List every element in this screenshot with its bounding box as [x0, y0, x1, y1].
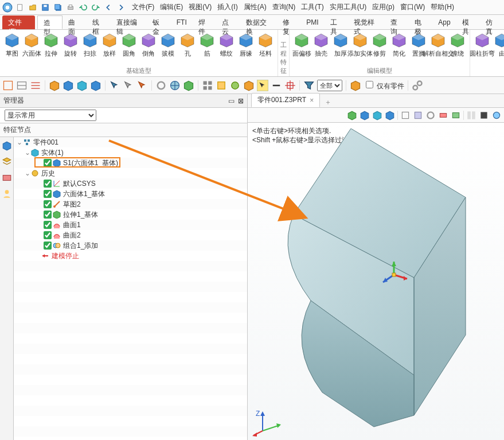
display-select[interactable]: 显示常用 [5, 110, 96, 121]
tb-ico-3[interactable] [30, 80, 41, 91]
vt-11-icon[interactable] [479, 110, 489, 120]
ribbon-button[interactable]: 面偏移 [292, 31, 311, 59]
arrow-left-icon[interactable] [103, 2, 114, 13]
tree-row[interactable]: 拉伸1_基体 [14, 209, 247, 220]
ribbon-button[interactable]: 草图 [2, 31, 22, 59]
menu-item[interactable]: 帮助(H) [431, 2, 454, 12]
ribbon-tab[interactable]: PMI [300, 15, 324, 29]
vt-7-icon[interactable] [425, 110, 436, 120]
save-icon[interactable] [40, 2, 50, 13]
side-views-icon[interactable] [2, 173, 12, 183]
tree-row[interactable]: ⌄实体(1) [14, 147, 247, 158]
side-layers-icon[interactable] [2, 157, 12, 167]
new-icon[interactable] [15, 2, 25, 13]
side-user-icon[interactable] [2, 189, 12, 199]
ribbon-tab[interactable]: 电极 [409, 15, 433, 29]
tb-cube-final-icon[interactable] [350, 80, 361, 91]
tb-sel-2-icon[interactable] [123, 80, 134, 91]
ribbon-button[interactable]: 扫掠 [80, 31, 100, 59]
ribbon-tab[interactable]: 数据交换 [240, 15, 276, 29]
tree-checkbox[interactable] [44, 221, 52, 229]
menu-item[interactable]: 视图(V) [189, 2, 212, 12]
side-tree-icon[interactable] [2, 141, 12, 151]
ribbon-tab[interactable]: 钣金 [147, 15, 171, 29]
vt-1-icon[interactable] [347, 110, 357, 120]
vt-3-icon[interactable] [372, 110, 382, 120]
ribbon-tab[interactable]: 造型 [37, 15, 62, 29]
ribbon-button[interactable]: 倒角 [139, 31, 158, 59]
tree-row[interactable]: 曲面2 [14, 230, 247, 240]
menu-item[interactable]: 实用工具(U) [330, 2, 367, 12]
tree-checkbox[interactable] [44, 180, 52, 188]
ribbon-button[interactable]: 放样 [100, 31, 119, 59]
viewport-3d[interactable]: <单击右键>环境相关选项. <Shift +鼠标右键>显示选择过滤器. [248, 123, 504, 440]
tb-minus-icon[interactable] [271, 80, 282, 91]
tb-more-4-icon[interactable] [243, 80, 255, 91]
vt-2-icon[interactable] [360, 110, 370, 120]
tree-checkbox[interactable] [44, 242, 52, 250]
panel-pin-icon[interactable]: ▭ [228, 97, 235, 105]
tree-checkbox[interactable] [44, 200, 52, 208]
ribbon-button[interactable]: 六面体 [22, 31, 41, 59]
menu-item[interactable]: 插入(I) [217, 2, 237, 12]
tb-cube-b2-icon[interactable] [76, 80, 88, 91]
tree-row[interactable]: 默认CSYS [14, 178, 247, 189]
vt-9-icon[interactable] [451, 110, 461, 120]
panel-close-icon[interactable]: ⊠ [238, 97, 244, 105]
menu-item[interactable]: 编辑(E) [160, 2, 183, 12]
tree-twisty-icon[interactable]: ⌄ [16, 138, 23, 146]
vt-5-icon[interactable] [400, 110, 411, 120]
only-parts-checkbox[interactable] [366, 81, 373, 88]
tree-row[interactable]: S1(六面体1_基体) [14, 158, 247, 168]
ribbon-button[interactable]: 解析自相交 [428, 31, 448, 59]
tb-filter-icon[interactable] [303, 80, 315, 91]
ribbon-tab[interactable]: 视觉样式 [348, 15, 384, 29]
ribbon-tab[interactable]: 修复 [277, 15, 301, 29]
tree-row[interactable]: 曲面1 [14, 220, 247, 230]
tb-cube-o-icon[interactable] [49, 80, 60, 91]
ribbon-button[interactable]: 由 [492, 31, 504, 59]
tb-sel-1-icon[interactable] [109, 80, 120, 91]
ribbon-tab[interactable]: 直接编辑 [111, 15, 147, 29]
ribbon-button[interactable]: 抽壳 [311, 31, 331, 59]
ribbon-button[interactable]: 旋转 [61, 31, 80, 59]
tree-checkbox[interactable] [44, 231, 52, 239]
menu-item[interactable]: 窗口(W) [400, 2, 425, 12]
tb-target-icon[interactable] [284, 80, 296, 91]
ribbon-button[interactable]: 筋 [197, 31, 217, 59]
vt-4-icon[interactable] [385, 110, 395, 120]
print-icon[interactable] [65, 2, 76, 13]
tb-cube-g-icon[interactable] [183, 80, 194, 91]
menu-item[interactable]: 查询(N) [272, 2, 296, 12]
tree-row[interactable]: 草图2 [14, 199, 247, 209]
menu-item[interactable]: 应用(p) [372, 2, 394, 12]
ribbon-tab[interactable]: 仿真 [480, 15, 504, 29]
tree-twisty-icon[interactable]: ⌄ [24, 149, 31, 157]
ribbon-tab[interactable]: 工具 [325, 15, 349, 29]
ribbon-button[interactable]: 圆柱折弯 [472, 31, 492, 59]
ribbon-tab[interactable]: 点云 [216, 15, 240, 29]
saveall-icon[interactable] [53, 2, 63, 13]
ribbon-button[interactable]: 缠绕 [448, 31, 467, 59]
ribbon-button[interactable]: 拔模 [158, 31, 178, 59]
tb-sel-3-icon[interactable] [136, 80, 148, 91]
document-tab[interactable]: 零件001.Z3PRT × [251, 93, 320, 107]
ribbon-button[interactable]: 螺纹 [217, 31, 236, 59]
tb-globe-icon[interactable] [169, 80, 181, 91]
tree-row[interactable]: ⌄历史 [14, 168, 247, 178]
close-tab-icon[interactable]: × [310, 96, 314, 104]
tree-checkbox[interactable] [44, 211, 52, 219]
tree-row[interactable]: 组合1_添加 [14, 240, 247, 251]
tb-view-icon[interactable] [155, 80, 167, 91]
vt-12-icon[interactable] [491, 110, 502, 120]
ribbon-tab[interactable]: 线框 [87, 15, 111, 29]
tb-more-1-icon[interactable] [202, 80, 213, 91]
redo-icon[interactable] [91, 2, 101, 13]
undo-icon[interactable] [78, 2, 88, 13]
ribbon-tab[interactable]: 曲面 [62, 15, 87, 29]
ribbon-button[interactable]: 添加实体 [350, 31, 370, 59]
tree-twisty-icon[interactable]: ⌄ [24, 169, 31, 177]
ribbon-button[interactable]: 修剪 [370, 31, 389, 59]
tb-cube-b-icon[interactable] [62, 80, 74, 91]
tb-trail-icon[interactable] [412, 80, 423, 91]
